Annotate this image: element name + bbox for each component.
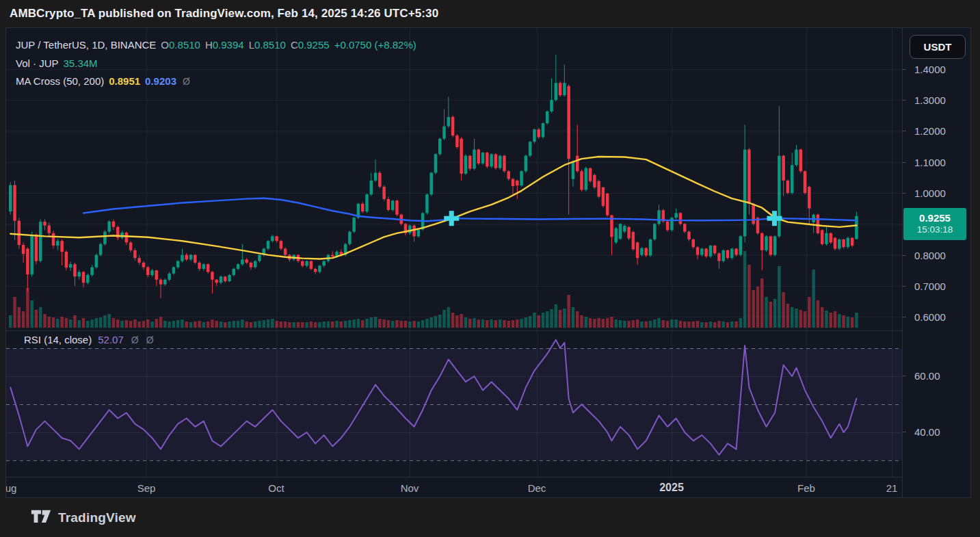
volume-bar: [194, 322, 197, 328]
volume-bar: [39, 307, 42, 328]
volume-bar: [464, 317, 468, 328]
candle: [429, 173, 433, 195]
candle: [808, 187, 811, 209]
volume-bar: [189, 322, 193, 328]
candle: [739, 236, 743, 254]
candle: [438, 139, 442, 155]
volume-bar: [263, 320, 266, 328]
candle: [254, 261, 257, 267]
candle: [585, 168, 588, 190]
candle: [133, 250, 137, 258]
volume-bar: [520, 319, 523, 328]
rsi-hide-icon-1[interactable]: Ø: [131, 335, 139, 345]
tradingview-logo-icon[interactable]: [31, 509, 51, 526]
volume-bar: [220, 322, 223, 328]
candle: [35, 235, 38, 261]
axis-tick-label: 1.0000: [914, 187, 946, 199]
volume-bar: [747, 265, 751, 328]
candle: [529, 142, 532, 155]
volume-bar: [679, 321, 683, 328]
rsi-hide-icon-2[interactable]: Ø: [146, 335, 154, 345]
last-price-badge[interactable]: 0.9255 15:03:18: [903, 208, 966, 240]
volume-bar: [137, 322, 141, 328]
volume-bar: [726, 322, 730, 328]
candle: [69, 264, 72, 267]
volume-bar: [69, 319, 72, 328]
candle: [65, 252, 68, 267]
candle: [258, 255, 261, 261]
candle: [829, 233, 832, 243]
price-axis[interactable]: USDT 0.9255 15:03:18 1.40001.30001.20001…: [902, 28, 970, 497]
volume-bar: [404, 321, 408, 328]
candle: [704, 249, 708, 257]
candle: [572, 162, 575, 179]
volume-bar: [378, 319, 382, 328]
candle: [477, 150, 481, 163]
candle: [687, 232, 691, 239]
volume-legend-row[interactable]: Vol · JUP 35.34M: [16, 55, 416, 73]
hide-indicator-icon[interactable]: Ø: [183, 73, 190, 90]
time-axis[interactable]: AugSepOctNovDec2025Feb21: [6, 477, 902, 497]
candle: [95, 255, 98, 267]
candle: [516, 181, 519, 185]
volume-bar: [292, 322, 295, 328]
volume-bar: [442, 310, 446, 328]
volume-bar: [202, 322, 206, 328]
volume-bar: [666, 321, 670, 328]
candle: [395, 200, 399, 214]
chart-plot-area[interactable]: JUP / TetherUS, 1D, BINANCE O0.8510 H0.9…: [6, 28, 902, 497]
volume-bar: [344, 321, 347, 328]
volume-bar: [254, 322, 257, 328]
candle: [86, 275, 90, 283]
ma-cross-legend-row[interactable]: MA Cross (50, 200) 0.8951 0.9203 Ø: [16, 73, 416, 91]
volume-bar: [619, 320, 622, 328]
candle: [250, 263, 253, 267]
volume-bar: [773, 299, 777, 328]
axis-tick-mark: [903, 69, 906, 70]
candle: [374, 173, 378, 181]
time-axis-label: 21: [886, 482, 898, 494]
symbol-title[interactable]: JUP / TetherUS, 1D, BINANCE: [16, 36, 156, 55]
candle: [821, 230, 824, 244]
rsi-pane-canvas[interactable]: [6, 330, 902, 477]
volume-bar: [142, 321, 146, 328]
volume-bar: [791, 307, 794, 328]
volume-bar: [589, 318, 592, 328]
volume-bar: [382, 319, 386, 328]
volume-bar: [280, 322, 283, 328]
candle: [194, 255, 197, 263]
volume-bar: [207, 322, 210, 328]
volume-bar: [146, 319, 150, 328]
volume-bar: [318, 322, 321, 328]
volume-bar: [825, 311, 828, 328]
volume-bar: [348, 320, 352, 328]
volume-bar: [73, 315, 77, 328]
candle: [207, 264, 210, 272]
volume-bar: [585, 317, 588, 328]
candle: [464, 156, 468, 174]
tradingview-published-chart-page: AMBCrypto_TA published on TradingView.co…: [0, 0, 980, 537]
candle: [172, 267, 176, 274]
candle: [43, 222, 47, 225]
symbol-legend-row-1[interactable]: JUP / TetherUS, 1D, BINANCE O0.8510 H0.9…: [16, 36, 416, 55]
volume-bar: [425, 319, 429, 328]
volume-bar: [361, 320, 365, 328]
attribution-text: AMBCrypto_TA published on TradingView.co…: [10, 7, 438, 21]
candle: [499, 156, 502, 168]
axis-tick-label: 60.00: [914, 370, 940, 382]
tradingview-brand-text[interactable]: TradingView: [58, 510, 136, 525]
currency-toggle-button[interactable]: USDT: [910, 35, 966, 59]
volume-bar: [56, 319, 59, 328]
volume-bar: [572, 307, 575, 328]
volume-bar: [181, 319, 184, 328]
candle: [683, 224, 687, 231]
candle: [546, 112, 549, 123]
volume-bar: [786, 304, 790, 328]
rsi-legend[interactable]: RSI (14, close) 52.07 Ø Ø: [24, 334, 154, 345]
candle: [692, 239, 696, 247]
candle: [765, 236, 768, 250]
axis-tick-label: 1.3000: [914, 94, 946, 106]
volume-bar: [683, 322, 687, 328]
time-axis-label: Feb: [797, 482, 815, 494]
volume-bar: [352, 319, 356, 328]
